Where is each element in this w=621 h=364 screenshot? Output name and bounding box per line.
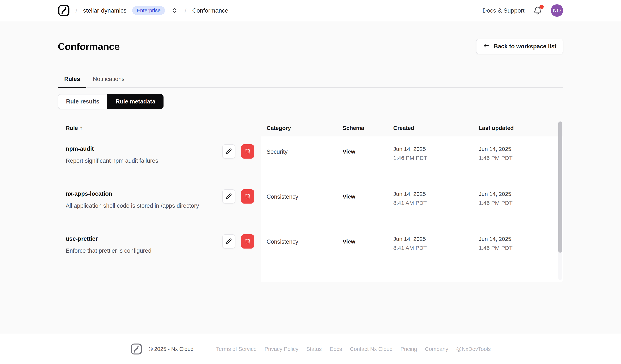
- table-row: use-prettier Enforce that prettier is co…: [58, 226, 563, 271]
- footer-links: Terms of Service Privacy Policy Status D…: [216, 346, 491, 352]
- updated-time: 1:46 PM PDT: [479, 200, 563, 206]
- footer-link-twitter[interactable]: @NxDevTools: [456, 346, 491, 352]
- copyright-text: © 2025 - Nx Cloud: [149, 346, 193, 352]
- trash-icon: [244, 238, 251, 245]
- breadcrumb-page: Conformance: [192, 7, 228, 14]
- pencil-icon: [225, 193, 232, 200]
- footer-link-pricing[interactable]: Pricing: [400, 346, 417, 352]
- footer-link-contact[interactable]: Contact Nx Cloud: [350, 346, 393, 352]
- footer-link-company[interactable]: Company: [425, 346, 448, 352]
- enterprise-badge: Enterprise: [132, 6, 165, 15]
- workspace-switcher-button[interactable]: [171, 6, 179, 15]
- footer-link-terms[interactable]: Terms of Service: [216, 346, 257, 352]
- table-filler: [58, 271, 563, 282]
- created-cell: Jun 14, 2025 1:46 PM PDT: [388, 136, 473, 181]
- updated-date: Jun 14, 2025: [479, 146, 563, 152]
- edit-rule-button[interactable]: [222, 189, 235, 204]
- footer-link-status[interactable]: Status: [306, 346, 322, 352]
- tab-notifications[interactable]: Notifications: [86, 76, 131, 87]
- page-title: Conformance: [58, 41, 120, 52]
- nx-footer-logo-icon: [130, 343, 142, 355]
- back-button-label: Back to workspace list: [494, 43, 556, 50]
- updated-date: Jun 14, 2025: [479, 236, 563, 242]
- delete-rule-button[interactable]: [241, 234, 254, 249]
- created-time: 8:41 AM PDT: [393, 200, 473, 206]
- toggle-rule-metadata[interactable]: Rule metadata: [107, 94, 164, 109]
- last-updated-cell: Jun 14, 2025 1:46 PM PDT: [473, 136, 563, 181]
- main-content: Conformance Back to workspace list Rules…: [0, 21, 621, 334]
- pencil-icon: [225, 238, 232, 245]
- notification-dot: [539, 5, 544, 9]
- footer: © 2025 - Nx Cloud Terms of Service Priva…: [0, 334, 621, 364]
- rules-table: Rule ↑ Category Schema Created Last upda…: [58, 120, 563, 282]
- table-row: nx-apps-location All application shell c…: [58, 181, 563, 226]
- chevron-up-down-icon: [171, 7, 178, 14]
- schema-view-link[interactable]: View: [343, 148, 355, 155]
- notifications-button[interactable]: [533, 5, 543, 16]
- table-scrollbar-thumb[interactable]: [558, 122, 562, 253]
- edit-rule-button[interactable]: [222, 144, 235, 158]
- column-header-last-updated: Last updated: [473, 120, 563, 136]
- docs-support-link[interactable]: Docs & Support: [483, 7, 524, 14]
- nx-cloud-logo-icon[interactable]: [58, 4, 70, 16]
- column-header-rule[interactable]: Rule ↑: [58, 120, 261, 136]
- created-cell: Jun 14, 2025 8:41 AM PDT: [388, 181, 473, 226]
- footer-link-docs[interactable]: Docs: [330, 346, 342, 352]
- column-header-schema: Schema: [337, 120, 388, 136]
- edit-rule-button[interactable]: [222, 234, 235, 249]
- breadcrumb-separator: /: [75, 7, 78, 15]
- top-navbar: / stellar-dynamics Enterprise / Conforma…: [0, 0, 621, 21]
- delete-rule-button[interactable]: [241, 189, 254, 204]
- table-row: npm-audit Report significant npm audit f…: [58, 136, 563, 181]
- trash-icon: [244, 193, 251, 200]
- tab-bar: Rules Notifications: [58, 76, 563, 88]
- toggle-rule-results[interactable]: Rule results: [58, 94, 107, 109]
- rule-view-toggle: Rule results Rule metadata: [58, 94, 164, 109]
- breadcrumb-workspace[interactable]: stellar-dynamics: [83, 7, 126, 14]
- table-scrollbar-track[interactable]: [558, 122, 562, 280]
- updated-time: 1:46 PM PDT: [479, 155, 563, 161]
- avatar[interactable]: NO: [551, 4, 563, 17]
- created-date: Jun 14, 2025: [393, 146, 473, 152]
- tab-rules[interactable]: Rules: [58, 76, 86, 87]
- rule-category: Consistency: [261, 226, 337, 271]
- column-header-category: Category: [261, 120, 337, 136]
- created-cell: Jun 14, 2025 8:41 AM PDT: [388, 226, 473, 271]
- updated-date: Jun 14, 2025: [479, 191, 563, 197]
- column-header-created: Created: [388, 120, 473, 136]
- created-time: 8:41 AM PDT: [393, 245, 473, 251]
- footer-link-privacy[interactable]: Privacy Policy: [264, 346, 298, 352]
- corner-up-left-icon: [483, 43, 490, 50]
- sort-ascending-icon: ↑: [80, 125, 83, 131]
- rule-category: Consistency: [261, 181, 337, 226]
- delete-rule-button[interactable]: [241, 144, 254, 158]
- table-header-row: Rule ↑ Category Schema Created Last upda…: [58, 120, 563, 136]
- breadcrumb: / stellar-dynamics Enterprise / Conforma…: [58, 4, 228, 16]
- rule-category: Security: [261, 136, 337, 181]
- pencil-icon: [225, 148, 232, 155]
- created-date: Jun 14, 2025: [393, 191, 473, 197]
- schema-view-link[interactable]: View: [343, 238, 355, 245]
- last-updated-cell: Jun 14, 2025 1:46 PM PDT: [473, 226, 563, 271]
- schema-view-link[interactable]: View: [343, 193, 355, 200]
- created-time: 1:46 PM PDT: [393, 155, 473, 161]
- last-updated-cell: Jun 14, 2025 1:46 PM PDT: [473, 181, 563, 226]
- updated-time: 1:46 PM PDT: [479, 245, 563, 251]
- trash-icon: [244, 148, 251, 155]
- created-date: Jun 14, 2025: [393, 236, 473, 242]
- back-to-workspace-list-button[interactable]: Back to workspace list: [476, 39, 563, 54]
- breadcrumb-separator: /: [185, 7, 187, 15]
